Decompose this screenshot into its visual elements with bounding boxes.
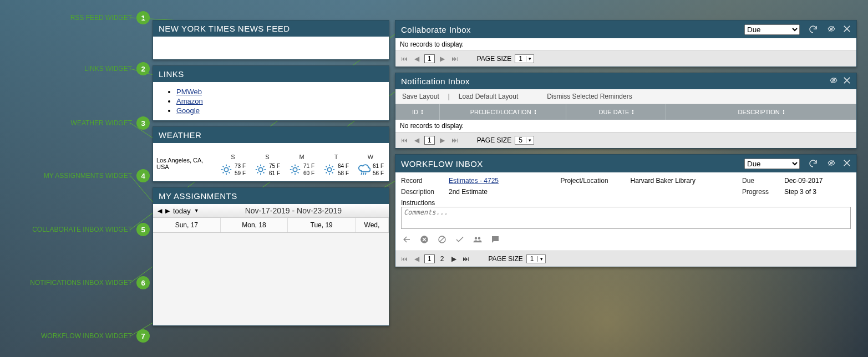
progress-value: Step 3 of 3 bbox=[784, 188, 851, 196]
notification-inbox-widget: Notification Inbox Save Layout | Load De… bbox=[395, 73, 857, 149]
svg-point-64 bbox=[478, 237, 481, 240]
svg-line-29 bbox=[257, 172, 258, 174]
weather-day: S73 F59 F bbox=[216, 154, 250, 178]
svg-line-39 bbox=[298, 166, 299, 167]
page-2[interactable]: 2 bbox=[438, 255, 446, 263]
svg-line-36 bbox=[292, 166, 293, 167]
link-amazon[interactable]: Amazon bbox=[176, 97, 203, 105]
date-range: Nov-17-2019 - Nov-23-2019 bbox=[202, 206, 384, 215]
label-progress: Progress bbox=[742, 188, 781, 196]
col-due: DUE DATE bbox=[566, 104, 666, 120]
svg-line-48 bbox=[332, 166, 333, 167]
cal-col-tue[interactable]: Tue, 19 bbox=[288, 218, 356, 232]
hide-icon[interactable] bbox=[826, 159, 836, 169]
rss-title: NEW YORK TIMES NEWS FEED bbox=[159, 24, 379, 33]
svg-point-22 bbox=[258, 167, 262, 171]
cancel-circle-icon[interactable] bbox=[419, 234, 430, 245]
today-button[interactable]: today bbox=[173, 207, 191, 215]
link-pmweb[interactable]: PMWeb bbox=[176, 88, 202, 96]
calendar-body[interactable] bbox=[153, 233, 389, 322]
svg-line-50 bbox=[363, 173, 364, 175]
next-arrow-icon[interactable]: ▶ bbox=[165, 207, 170, 215]
collaborate-title: Collaborate Inbox bbox=[401, 25, 744, 34]
save-layout-button[interactable]: Save Layout bbox=[402, 93, 439, 100]
today-dropdown-icon[interactable]: ▼ bbox=[194, 208, 199, 213]
weather-day: T64 F58 F bbox=[319, 154, 353, 178]
page-size-select[interactable]: 1▾ bbox=[515, 54, 534, 63]
refresh-icon[interactable] bbox=[806, 158, 820, 169]
page-number[interactable]: 1 bbox=[424, 54, 435, 63]
svg-line-49 bbox=[361, 173, 362, 175]
block-icon[interactable] bbox=[436, 234, 448, 245]
weather-day: M71 F60 F bbox=[285, 154, 318, 178]
svg-line-47 bbox=[326, 172, 327, 174]
next-page-icon[interactable]: ▶ bbox=[449, 254, 458, 263]
col-project: PROJECT/LOCATION bbox=[440, 104, 566, 120]
svg-line-46 bbox=[332, 172, 333, 174]
load-default-layout-button[interactable]: Load Default Layout bbox=[459, 93, 518, 100]
first-page-icon[interactable]: ⏮ bbox=[400, 54, 409, 63]
back-arrow-icon[interactable] bbox=[401, 234, 412, 245]
team-icon[interactable] bbox=[472, 234, 483, 245]
svg-line-27 bbox=[257, 166, 258, 167]
first-page-icon[interactable]: ⏮ bbox=[400, 254, 409, 263]
page-size-select[interactable]: 1▾ bbox=[526, 254, 546, 263]
dismiss-reminders-button[interactable]: Dismiss Selected Reminders bbox=[547, 93, 632, 100]
page-size-select[interactable]: 5▾ bbox=[515, 136, 534, 145]
prev-page-icon[interactable]: ◀ bbox=[412, 136, 421, 145]
approve-check-icon[interactable] bbox=[454, 234, 465, 245]
svg-line-38 bbox=[292, 172, 293, 174]
svg-line-20 bbox=[223, 172, 224, 174]
hide-icon[interactable] bbox=[829, 76, 839, 86]
workflow-sort-select[interactable]: Due bbox=[744, 159, 800, 169]
svg-line-19 bbox=[229, 172, 230, 174]
col-id: ID bbox=[395, 104, 440, 120]
label-record: Record bbox=[401, 177, 445, 185]
prev-page-icon[interactable]: ◀ bbox=[412, 254, 421, 263]
hide-icon[interactable] bbox=[826, 25, 836, 34]
svg-line-18 bbox=[223, 166, 224, 167]
weather-day: W61 F56 F bbox=[354, 154, 387, 178]
page-size-label: PAGE SIZE bbox=[477, 136, 511, 144]
comment-icon[interactable] bbox=[490, 234, 501, 245]
svg-point-63 bbox=[475, 237, 478, 240]
due-value: Dec-09-2017 bbox=[784, 177, 851, 185]
svg-point-40 bbox=[327, 167, 331, 171]
comments-input[interactable] bbox=[401, 207, 851, 229]
page-size-label: PAGE SIZE bbox=[477, 55, 511, 63]
page-number[interactable]: 1 bbox=[424, 254, 435, 263]
links-widget: LINKS PMWeb Amazon Google bbox=[153, 65, 389, 121]
weather-location: Los Angeles, CA, USA bbox=[156, 157, 216, 178]
prev-arrow-icon[interactable]: ◀ bbox=[158, 207, 162, 215]
links-title: LINKS bbox=[159, 69, 379, 79]
svg-point-13 bbox=[224, 167, 228, 171]
cal-col-sun[interactable]: Sun, 17 bbox=[153, 218, 221, 232]
close-icon[interactable] bbox=[843, 76, 851, 86]
last-page-icon[interactable]: ⏭ bbox=[450, 54, 459, 63]
refresh-icon[interactable] bbox=[806, 24, 820, 35]
prev-page-icon[interactable]: ◀ bbox=[412, 54, 421, 63]
assignments-widget: MY ASSIGNMENTS ◀ ▶ today ▼ Nov-17-2019 -… bbox=[153, 187, 389, 326]
svg-line-62 bbox=[440, 237, 445, 242]
last-page-icon[interactable]: ⏭ bbox=[450, 136, 459, 145]
cal-col-wed[interactable]: Wed, bbox=[356, 218, 389, 232]
weather-title: WEATHER bbox=[159, 130, 379, 140]
close-icon[interactable] bbox=[843, 159, 851, 169]
page-number[interactable]: 1 bbox=[424, 136, 435, 145]
svg-point-31 bbox=[293, 167, 297, 171]
notification-empty: No records to display. bbox=[395, 120, 856, 132]
workflow-title: WORKFLOW INBOX bbox=[401, 159, 744, 169]
collaborate-sort-select[interactable]: Due bbox=[744, 24, 800, 35]
record-link[interactable]: Estimates - 4725 bbox=[449, 177, 557, 185]
next-page-icon[interactable]: ▶ bbox=[438, 136, 447, 145]
next-page-icon[interactable]: ▶ bbox=[438, 54, 447, 63]
svg-line-37 bbox=[298, 172, 299, 174]
svg-line-51 bbox=[366, 173, 366, 175]
link-google[interactable]: Google bbox=[176, 106, 200, 115]
rss-feed-widget: NEW YORK TIMES NEWS FEED bbox=[153, 20, 389, 60]
close-icon[interactable] bbox=[843, 25, 851, 34]
first-page-icon[interactable]: ⏮ bbox=[400, 136, 409, 145]
cal-col-mon[interactable]: Mon, 18 bbox=[221, 218, 288, 232]
last-page-icon[interactable]: ⏭ bbox=[461, 254, 470, 263]
collaborate-empty: No records to display. bbox=[395, 38, 856, 50]
